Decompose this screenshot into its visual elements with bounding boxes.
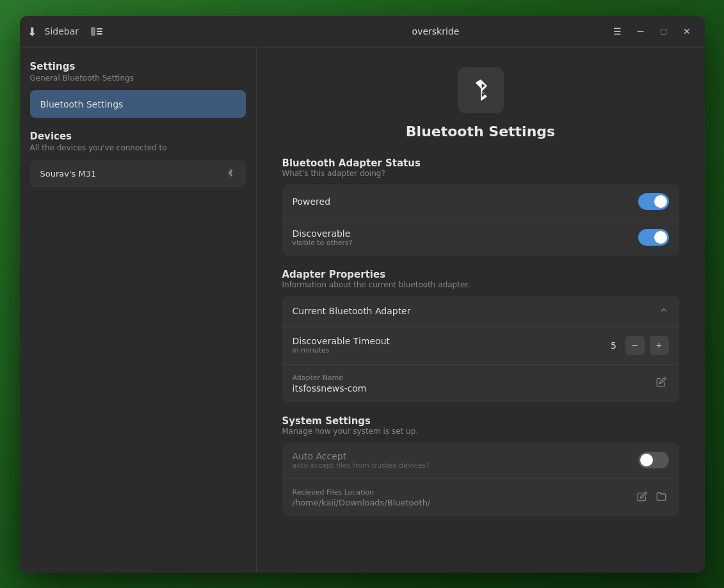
system-settings-card: Auto Accept auto accept files from trust… bbox=[282, 442, 679, 516]
app-window: ⬇ Sidebar overskride ☰ ─ □ bbox=[20, 16, 705, 573]
titlebar-controls: ☰ ─ □ ✕ bbox=[607, 21, 697, 42]
system-settings-title: System Settings bbox=[282, 415, 679, 427]
timeout-info: Discoverable Timeout in minutes bbox=[293, 336, 390, 354]
sidebar-devices-subtitle: All the devices you've connected to bbox=[30, 143, 246, 152]
adapter-props-card: Current Bluetooth Adapter Discoverable T… bbox=[282, 296, 679, 402]
device-name: Sourav's M31 bbox=[40, 169, 97, 179]
discoverable-sublabel: visible to others? bbox=[293, 239, 353, 247]
powered-label-group: Powered bbox=[293, 196, 331, 207]
titlebar: ⬇ Sidebar overskride ☰ ─ □ bbox=[20, 16, 705, 48]
adapter-status-card: Powered Discoverable visible to others? bbox=[282, 184, 679, 256]
sidebar-label: Sidebar bbox=[45, 26, 79, 36]
files-edit-button[interactable] bbox=[634, 489, 650, 507]
menu-icon: ☰ bbox=[613, 26, 622, 36]
minimize-button[interactable]: ─ bbox=[631, 21, 651, 42]
system-settings-header: System Settings Manage how your system i… bbox=[282, 415, 679, 436]
bluetooth-icon bbox=[468, 77, 494, 103]
maximize-button[interactable]: □ bbox=[654, 21, 674, 42]
svg-rect-1 bbox=[97, 28, 102, 29]
sidebar-toggle-button[interactable] bbox=[86, 21, 107, 42]
adapter-body: Discoverable Timeout in minutes 5 − + Ad… bbox=[282, 326, 679, 402]
timeout-stepper: 5 − + bbox=[607, 336, 669, 355]
adapter-name-info: Adapter Name itsfossnews-com bbox=[293, 374, 367, 393]
app-icon: ⬇ bbox=[28, 25, 37, 38]
titlebar-left: ⬇ Sidebar bbox=[28, 21, 264, 42]
svg-rect-2 bbox=[97, 31, 102, 32]
adapter-name-edit-button[interactable] bbox=[654, 374, 669, 392]
auto-accept-row: Auto Accept auto accept files from trust… bbox=[282, 442, 679, 479]
svg-rect-0 bbox=[91, 27, 95, 36]
adapter-name-row: Adapter Name itsfossnews-com bbox=[282, 364, 679, 402]
files-actions bbox=[634, 489, 669, 507]
powered-toggle[interactable] bbox=[638, 193, 669, 210]
auto-accept-info: Auto Accept auto accept files from trust… bbox=[293, 451, 430, 470]
discoverable-label: Discoverable bbox=[293, 228, 353, 239]
powered-label: Powered bbox=[293, 196, 331, 207]
files-label: Recieved Files Location bbox=[293, 488, 431, 497]
system-settings-subtitle: Manage how your system is set up. bbox=[282, 427, 679, 436]
adapter-status-header: Bluetooth Adapter Status What's this ada… bbox=[282, 157, 679, 178]
timeout-row: Discoverable Timeout in minutes 5 − + bbox=[282, 327, 679, 364]
adapter-props-header: Adapter Properties Information about the… bbox=[282, 269, 679, 289]
sidebar-devices-title: Devices bbox=[30, 131, 246, 142]
titlebar-center: overskride bbox=[264, 26, 607, 36]
chevron-up-icon bbox=[659, 305, 669, 317]
sidebar-item-bluetooth-settings[interactable]: Bluetooth Settings bbox=[30, 90, 246, 118]
auto-accept-toggle[interactable] bbox=[638, 452, 669, 468]
sidebar-settings-subtitle: General Bluetooth Settings bbox=[30, 74, 246, 83]
discoverable-label-group: Discoverable visible to others? bbox=[293, 228, 353, 247]
page-title: Bluetooth Settings bbox=[282, 123, 679, 139]
device-disconnected-icon bbox=[225, 168, 236, 180]
sidebar-item-label: Bluetooth Settings bbox=[40, 99, 124, 109]
timeout-label: Discoverable Timeout bbox=[293, 336, 390, 346]
files-folder-button[interactable] bbox=[654, 489, 669, 507]
sidebar-device-item[interactable]: Sourav's M31 bbox=[30, 160, 246, 187]
maximize-icon: □ bbox=[661, 26, 666, 36]
bluetooth-icon-container bbox=[282, 67, 679, 113]
timeout-decrement-button[interactable]: − bbox=[625, 336, 645, 355]
sidebar-settings-title: Settings bbox=[30, 61, 246, 72]
adapter-header-row[interactable]: Current Bluetooth Adapter bbox=[282, 296, 679, 326]
adapter-status-title: Bluetooth Adapter Status bbox=[282, 157, 679, 169]
timeout-value: 5 bbox=[607, 340, 620, 351]
svg-rect-3 bbox=[97, 33, 102, 35]
discoverable-toggle-thumb bbox=[654, 231, 667, 244]
menu-button[interactable]: ☰ bbox=[607, 21, 628, 42]
auto-accept-label: Auto Accept bbox=[293, 451, 430, 461]
close-button[interactable]: ✕ bbox=[677, 21, 697, 42]
timeout-increment-button[interactable]: + bbox=[650, 336, 669, 355]
adapter-status-subtitle: What's this adapter doing? bbox=[282, 169, 679, 178]
adapter-header-label: Current Bluetooth Adapter bbox=[293, 306, 411, 316]
sidebar: Settings General Bluetooth Settings Blue… bbox=[20, 48, 257, 573]
files-location-row: Recieved Files Location /home/kaii/Downl… bbox=[282, 479, 679, 516]
discoverable-toggle[interactable] bbox=[638, 229, 669, 246]
discoverable-row: Discoverable visible to others? bbox=[282, 219, 679, 256]
close-icon: ✕ bbox=[683, 26, 691, 36]
adapter-name-label: Adapter Name bbox=[293, 374, 367, 382]
powered-toggle-thumb bbox=[654, 195, 667, 208]
app-name: overskride bbox=[412, 26, 460, 36]
sidebar-devices-section: Devices All the devices you've connected… bbox=[30, 131, 246, 187]
main-content: Bluetooth Settings Bluetooth Adapter Sta… bbox=[257, 48, 705, 573]
auto-accept-sublabel: auto accept files from trusted devices? bbox=[293, 461, 430, 470]
adapter-props-subtitle: Information about the current bluetooth … bbox=[282, 280, 679, 289]
files-path: /home/kaii/Downloads/Bluetooth/ bbox=[293, 498, 431, 507]
minimize-icon: ─ bbox=[638, 26, 644, 36]
adapter-props-title: Adapter Properties bbox=[282, 269, 679, 280]
auto-accept-toggle-thumb bbox=[640, 454, 653, 466]
content-area: Settings General Bluetooth Settings Blue… bbox=[20, 48, 705, 573]
timeout-sublabel: in minutes bbox=[293, 346, 390, 354]
files-info: Recieved Files Location /home/kaii/Downl… bbox=[293, 488, 431, 507]
powered-row: Powered bbox=[282, 184, 679, 219]
adapter-name-value: itsfossnews-com bbox=[293, 383, 367, 393]
bluetooth-icon-box bbox=[458, 67, 504, 113]
